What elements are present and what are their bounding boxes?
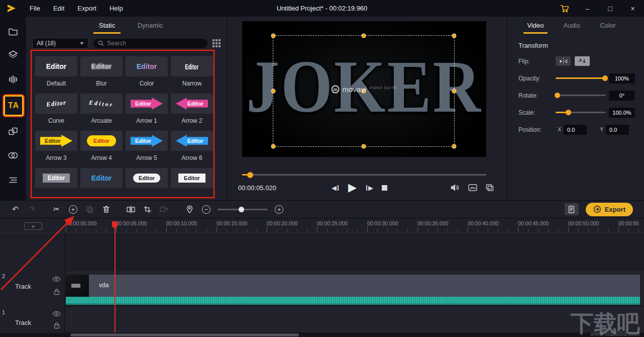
opacity-value[interactable]: 100% [609, 73, 635, 83]
duplicate-view-icon[interactable] [486, 184, 494, 191]
handle-mid-right[interactable] [452, 89, 457, 94]
sidebar-item-stickers[interactable] [0, 148, 26, 163]
track-2-visibility-toggle[interactable] [52, 276, 61, 282]
sidebar-item-audio[interactable] [0, 72, 26, 87]
zoom-in-button[interactable]: + [271, 200, 287, 218]
play-button[interactable]: ▶ [348, 181, 357, 194]
preset-13[interactable]: Editor [35, 168, 77, 198]
grid-view-icon[interactable] [212, 39, 221, 47]
sidebar-item-transitions[interactable] [0, 47, 26, 62]
previous-frame-button[interactable]: ◀ [332, 184, 340, 192]
menu-edit[interactable]: Edit [47, 0, 71, 17]
app-logo-icon[interactable] [0, 4, 23, 13]
timeline-clip-vda[interactable]: vda [66, 275, 640, 305]
minimize-button[interactable]: – [576, 0, 599, 17]
duplicate-button[interactable] [81, 200, 98, 218]
handle-top-center[interactable] [362, 34, 366, 38]
seek-bar[interactable] [242, 174, 486, 176]
tab-dynamic[interactable]: Dynamic [129, 17, 172, 34]
preset-arrow-5[interactable]: EditorArrow 5 [126, 131, 168, 161]
handle-top-right[interactable] [452, 34, 457, 38]
menu-help[interactable]: Help [103, 0, 130, 17]
preset-arrow-6[interactable]: EditorArrow 6 [171, 131, 213, 161]
handle-top-left[interactable] [271, 34, 276, 38]
handle-bottom-center[interactable] [362, 144, 366, 149]
handle-bottom-right[interactable] [452, 144, 457, 149]
playhead-line[interactable] [115, 221, 116, 332]
preset-default[interactable]: EditorDefault [35, 56, 77, 87]
category-dropdown[interactable]: All (18) [32, 38, 88, 49]
sidebar-item-media[interactable] [0, 24, 26, 39]
preset-color[interactable]: EditorColor [126, 56, 168, 87]
handle-bottom-left[interactable] [271, 144, 276, 149]
track-lane-1[interactable] [0, 308, 644, 333]
track-1-visibility-toggle[interactable] [52, 311, 61, 317]
position-x-field[interactable]: 0.0 [564, 125, 587, 135]
fit-to-screen-icon[interactable] [468, 184, 477, 191]
preset-narrow[interactable]: EditorNarrow [171, 56, 213, 87]
redo-button[interactable]: ↷ [24, 200, 40, 218]
maximize-button[interactable]: □ [599, 0, 621, 17]
scale-slider-knob[interactable] [566, 110, 571, 115]
search-input[interactable] [107, 40, 203, 47]
rotate-slider[interactable] [556, 95, 606, 96]
preset-arrow-1[interactable]: EditorArrow 1 [126, 94, 168, 124]
preset-arrow-3[interactable]: EditorArrow 3 [35, 131, 77, 161]
delete-button[interactable] [98, 200, 115, 218]
volume-icon[interactable] [451, 184, 460, 191]
track-2-lock-toggle[interactable] [53, 288, 60, 295]
preset-curve[interactable]: EditorCurve [35, 94, 77, 124]
stop-button[interactable] [382, 185, 387, 191]
preset-arrow-4[interactable]: EditorArrow 4 [80, 131, 123, 161]
sidebar-item-titles[interactable]: TA [4, 95, 24, 116]
preset-arrow-2[interactable]: EditorArrow 2 [171, 94, 213, 124]
seek-knob[interactable] [247, 172, 253, 178]
zoom-slider-knob[interactable] [239, 207, 244, 212]
track-1-lock-toggle[interactable] [53, 322, 60, 329]
cut-button[interactable]: ✂ [48, 200, 65, 218]
marker-button[interactable] [181, 200, 198, 218]
tab-static[interactable]: Static [85, 17, 129, 34]
preset-blur[interactable]: EditorBlur [80, 56, 123, 87]
tab-color[interactable]: Color [590, 17, 626, 34]
flip-vertical-button[interactable] [575, 56, 590, 66]
split-button[interactable] [123, 200, 139, 218]
zoom-out-button[interactable]: − [198, 200, 214, 218]
search-box[interactable] [93, 39, 207, 48]
next-frame-button[interactable]: ▶ [365, 184, 373, 192]
export-button[interactable]: Export [586, 203, 633, 216]
preset-14[interactable]: Editor [80, 168, 123, 198]
preview-video[interactable]: JOKER m movavi VIDEO SUITE [242, 21, 486, 157]
preset-arcuate[interactable]: EditorArcuate [80, 94, 123, 124]
rotate-value[interactable]: 0° [609, 91, 635, 101]
preset-15[interactable]: Editor [126, 168, 168, 198]
timeline-zoom-slider[interactable] [218, 209, 268, 210]
crop-button[interactable] [139, 200, 156, 218]
tab-audio[interactable]: Audio [554, 17, 590, 34]
scale-value[interactable]: 100.0% [609, 108, 635, 118]
menu-file[interactable]: File [23, 0, 47, 17]
add-clip-button[interactable]: + [65, 200, 81, 218]
sidebar-item-overlays[interactable] [0, 124, 26, 139]
tab-video[interactable]: Video [517, 17, 554, 34]
timeline-ruler[interactable]: + 00:00:00.00000:00:05.00000:00:10.00000… [0, 218, 644, 233]
project-notes-button[interactable] [565, 203, 579, 215]
add-track-button[interactable]: + [24, 222, 42, 230]
sidebar-item-more[interactable] [0, 173, 26, 188]
scale-slider[interactable] [556, 112, 606, 113]
rotate-slider-knob[interactable] [555, 93, 560, 98]
menu-export[interactable]: Export [71, 0, 103, 17]
horizontal-scrollbar[interactable] [0, 333, 644, 337]
preset-16[interactable]: Editor [171, 168, 213, 198]
flip-horizontal-button[interactable] [556, 56, 571, 66]
store-cart-button[interactable] [554, 0, 576, 17]
remove-split-button[interactable] [156, 200, 172, 218]
close-button[interactable]: × [621, 0, 644, 17]
handle-mid-left[interactable] [271, 89, 276, 94]
crop-icon [144, 206, 151, 213]
scrollbar-thumb[interactable] [70, 333, 299, 336]
opacity-slider[interactable] [556, 77, 606, 79]
undo-button[interactable]: ↶ [7, 200, 24, 218]
opacity-slider-knob[interactable] [602, 75, 608, 81]
position-y-field[interactable]: 0.0 [606, 125, 629, 135]
